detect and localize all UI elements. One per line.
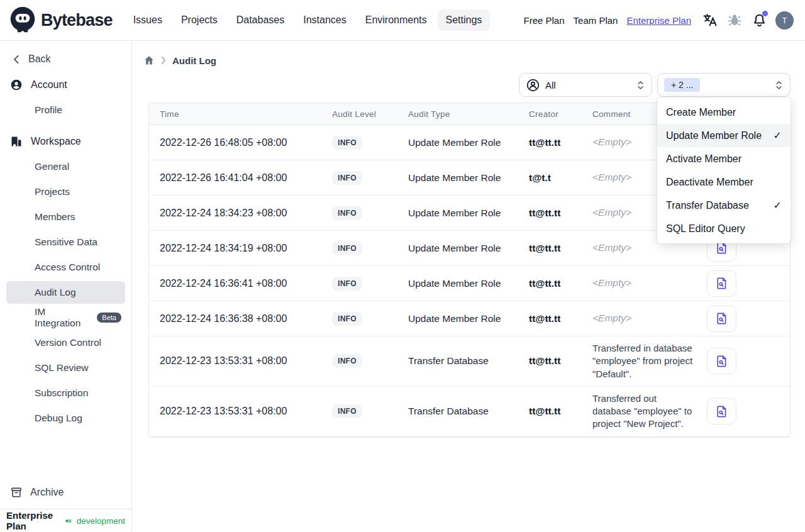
sidebar-item[interactable]: Projects [6, 180, 125, 203]
plan-links: Free Plan Team Plan Enterprise Plan [524, 15, 691, 26]
sidebar-item[interactable]: IM Integration Beta [6, 306, 125, 329]
audit-comment: <Empty> [592, 306, 699, 331]
audit-level-badge: INFO [332, 277, 362, 291]
audit-type-filter-select[interactable]: + 2 ... [657, 73, 791, 97]
table-row: 2022-12-24 16:36:41 +08:00 INFO Update M… [149, 266, 790, 301]
type-filter-chip: + 2 ... [664, 78, 700, 92]
audit-time: 2022-12-26 16:48:05 +08:00 [149, 137, 332, 148]
nav-link[interactable]: Instances [295, 9, 354, 31]
notification-dot [762, 11, 768, 16]
nav-link[interactable]: Settings [438, 9, 491, 31]
audit-time: 2022-12-26 16:41:04 +08:00 [149, 172, 332, 184]
view-detail-button[interactable] [707, 306, 736, 332]
creator-filter-select[interactable]: All [519, 73, 652, 97]
sidebar-item[interactable]: Sensitive Data [6, 231, 125, 253]
view-detail-button[interactable] [707, 348, 736, 374]
plan-link[interactable]: Free Plan [524, 15, 565, 26]
sidebar-item[interactable]: SQL Review [6, 357, 125, 379]
view-detail-button[interactable] [707, 270, 736, 297]
beta-badge: Beta [97, 313, 121, 323]
sidebar-item[interactable]: Debug Log [6, 407, 125, 429]
audit-time: 2022-12-24 16:36:38 +08:00 [149, 313, 332, 324]
audit-creator: tt@tt.tt [529, 208, 592, 219]
archive-icon [10, 486, 23, 499]
audit-level-badge: INFO [332, 354, 362, 368]
document-search-icon [715, 312, 728, 325]
audit-creator: tt@tt.tt [529, 406, 592, 417]
creator-filter-value: All [545, 80, 556, 91]
bug-report-icon[interactable] [726, 12, 743, 28]
user-avatar[interactable]: T [775, 11, 794, 30]
select-chevrons-icon [636, 80, 645, 91]
column-creator: Creator [529, 109, 592, 119]
sidebar-item[interactable]: Profile [6, 99, 125, 121]
sidebar-item[interactable]: Audit Log [6, 281, 125, 304]
audit-type-menu-item[interactable]: SQL Editor Query ✓ [657, 217, 791, 240]
plan-link[interactable]: Enterprise Plan [626, 15, 691, 26]
audit-type-menu-item[interactable]: Activate Member ✓ [657, 147, 791, 170]
sidebar-item[interactable]: General [6, 155, 125, 178]
audit-type: Transfer Database [408, 406, 529, 417]
archive-button[interactable]: Archive [0, 481, 131, 504]
audit-time: 2022-12-24 18:34:23 +08:00 [149, 208, 332, 219]
translate-icon[interactable] [702, 12, 718, 28]
audit-creator: tt@tt.tt [529, 313, 592, 324]
person-circle-icon [526, 78, 540, 92]
audit-type-menu-item[interactable]: Create Member ✓ [657, 101, 791, 124]
nav-link[interactable]: Issues [125, 9, 170, 31]
audit-level-badge: INFO [332, 312, 362, 326]
audit-type: Update Member Role [408, 208, 529, 219]
audit-creator: tt@tt.tt [529, 137, 592, 148]
back-button[interactable]: Back [0, 41, 131, 69]
column-time: Time [149, 109, 332, 119]
sidebar-item[interactable]: Access Control [6, 256, 125, 279]
table-row: 2022-12-23 13:53:31 +08:00 INFO Transfer… [149, 336, 790, 387]
table-row: 2022-12-24 16:36:38 +08:00 INFO Update M… [149, 301, 790, 336]
check-icon: ✓ [774, 130, 782, 141]
audit-creator: tt@tt.tt [529, 243, 592, 254]
sidebar-item[interactable]: Version Control [6, 331, 125, 354]
nav-link[interactable]: Databases [228, 9, 293, 31]
home-icon[interactable] [143, 55, 155, 66]
nav-link[interactable]: Environments [357, 9, 435, 31]
top-bar: Bytebase Issues Projects Databases Insta… [0, 0, 805, 41]
chevron-left-icon [11, 54, 22, 65]
nav-link[interactable]: Projects [173, 9, 226, 31]
audit-type-dropdown-menu: Create Member ✓ Update Member Role ✓ Act… [657, 97, 791, 243]
audit-time: 2022-12-24 16:36:41 +08:00 [149, 278, 332, 289]
account-icon [10, 79, 23, 91]
sidebar-item[interactable]: Subscription [6, 382, 125, 404]
filter-row: All + 2 ... [132, 73, 791, 97]
settings-sidebar: Back Account Profile Workspace [0, 41, 132, 532]
plan-link[interactable]: Team Plan [574, 15, 618, 26]
audit-type: Update Member Role [408, 243, 529, 254]
current-plan-label: Enterprise Plan [6, 510, 60, 531]
main-content: Audit Log All + 2 ... [132, 41, 805, 532]
audit-type: Update Member Role [408, 278, 529, 289]
audit-creator: tt@tt.tt [529, 278, 592, 289]
plan-status-bar: Enterprise Plan development [0, 509, 131, 532]
audit-type: Transfer Database [408, 355, 529, 367]
notifications-bell-icon[interactable] [751, 12, 767, 28]
workspace-icon [10, 135, 23, 148]
audit-type-menu-item[interactable]: Deactivate Member ✓ [657, 170, 791, 194]
check-icon: ✓ [774, 199, 782, 211]
view-detail-button[interactable] [707, 398, 736, 424]
audit-type-menu-item[interactable]: Transfer Database ✓ [657, 194, 791, 217]
select-chevrons-icon [774, 80, 784, 91]
audit-time: 2022-12-23 13:53:31 +08:00 [149, 355, 332, 367]
audit-type: Update Member Role [408, 172, 529, 184]
bytebase-logo[interactable]: Bytebase [9, 6, 113, 35]
sidebar-section-account: Account [6, 74, 125, 96]
workspace-items: General Projects Members Sensitive Data … [6, 155, 125, 429]
audit-type: Update Member Role [408, 137, 529, 148]
audit-time: 2022-12-24 18:34:19 +08:00 [149, 243, 332, 254]
audit-type: Update Member Role [408, 313, 529, 324]
sidebar-item[interactable]: Members [6, 206, 125, 228]
audit-comment: <Empty> [592, 271, 699, 296]
audit-level-badge: INFO [332, 136, 362, 150]
bytebase-logo-icon [9, 6, 36, 35]
audit-time: 2022-12-23 13:53:31 +08:00 [149, 406, 332, 417]
audit-type-menu-item[interactable]: Update Member Role ✓ [657, 124, 791, 147]
breadcrumb-chevron-icon [160, 56, 167, 65]
